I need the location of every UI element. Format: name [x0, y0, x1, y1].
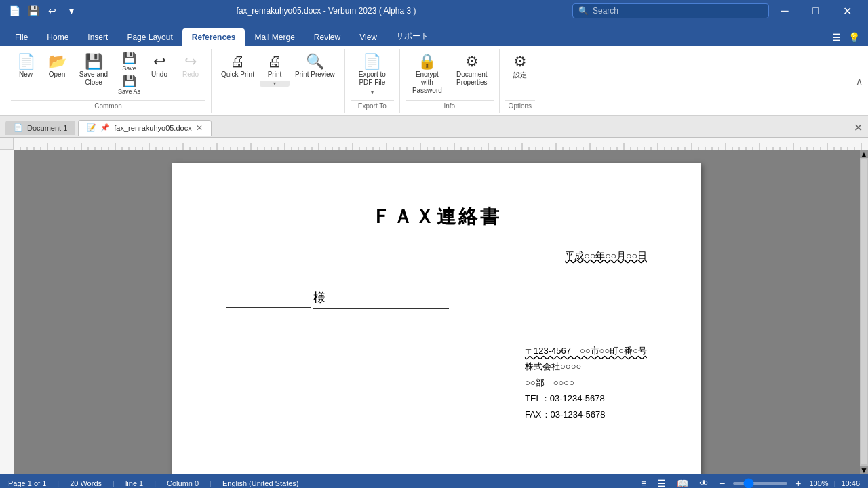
close-button[interactable]: ✕: [831, 0, 863, 22]
ribbon-group-common: 📄 New 📂 Open 💾 Save and Close 💾 Save: [5, 49, 212, 113]
outline-view-button[interactable]: ☰: [654, 476, 669, 488]
info-group-label: Info: [406, 100, 494, 110]
save-qat-button[interactable]: 💾: [24, 2, 42, 20]
print-dropdown-button[interactable]: ▾: [260, 81, 290, 87]
ribbon-group-options: ⚙ 設定 Options: [500, 49, 540, 113]
save-as-icon: 💾: [123, 76, 136, 87]
redo-icon: ↪: [184, 54, 197, 69]
export-pdf-icon: 📄: [363, 54, 381, 69]
undo-button[interactable]: ↩ Undo: [144, 52, 174, 81]
title-bar: 📄 💾 ↩ ▾ fax_renrakuhyo05.docx - Verbum 2…: [0, 0, 868, 22]
vertical-scrollbar[interactable]: ▲ ▼: [860, 150, 868, 474]
reading-view-button[interactable]: 📖: [674, 476, 691, 488]
save-icon: 💾: [123, 53, 136, 64]
info-group-items: 🔒 Encrypt with Password ⚙ Document Prope…: [406, 52, 494, 98]
preview-button[interactable]: 👁: [696, 476, 711, 488]
save-close-icon: 💾: [85, 54, 103, 69]
tab-home[interactable]: Home: [37, 28, 78, 46]
encrypt-icon: 🔒: [418, 54, 436, 69]
page-area[interactable]: ＦＡＸ連絡書 平成○○年○○月○○日 様 〒123-4567 ○○市○○町○番○…: [14, 150, 860, 474]
search-bar[interactable]: 🔍: [572, 3, 769, 18]
tab-view[interactable]: View: [350, 28, 387, 46]
redo-button[interactable]: ↪ Redo: [176, 52, 205, 81]
sender-zip: 〒123-4567 ○○市○○町○番○号: [525, 343, 647, 359]
sender-fax: FAX：03-1234-5678: [525, 407, 647, 422]
ribbon-tabs: File Home Insert Page Layout References …: [0, 22, 868, 46]
save-button[interactable]: 💾 Save: [115, 52, 143, 73]
editor-area: ＦＡＸ連絡書 平成○○年○○月○○日 様 〒123-4567 ○○市○○町○番○…: [0, 150, 868, 474]
word-count: 20 Words: [70, 479, 102, 487]
maximize-button[interactable]: □: [800, 0, 831, 22]
undo-icon: ↩: [153, 54, 165, 69]
zoom-out-button[interactable]: −: [717, 476, 728, 488]
doc-tab-close-button[interactable]: ✕: [196, 123, 203, 133]
scroll-up-button[interactable]: ▲: [860, 150, 868, 158]
tab-references[interactable]: References: [182, 28, 245, 46]
sender-dept: ○○部 ○○○○: [525, 375, 647, 390]
ribbon-content: 📄 New 📂 Open 💾 Save and Close 💾 Save: [0, 46, 868, 116]
save-group: 💾 Save 💾 Save As: [115, 52, 143, 96]
tab-support[interactable]: サポート: [387, 26, 438, 46]
clock: 10:46: [841, 479, 860, 487]
document-page[interactable]: ＦＡＸ連絡書 平成○○年○○月○○日 様 〒123-4567 ○○市○○町○番○…: [172, 163, 701, 474]
export-group-label: Export To: [351, 100, 394, 110]
tab-mail-merge[interactable]: Mail Merge: [245, 28, 304, 46]
export-dropdown-icon: ▾: [371, 89, 374, 96]
scroll-down-button[interactable]: ▼: [860, 466, 868, 474]
qat-dropdown-button[interactable]: ▾: [62, 2, 80, 20]
export-pdf-button[interactable]: 📄 Export to PDF File: [351, 52, 394, 89]
undo-qat-button[interactable]: ↩: [43, 2, 61, 20]
doc-tab-document1[interactable]: 📄 Document 1: [5, 121, 75, 135]
settings-button[interactable]: ⚙ 設定: [505, 52, 535, 83]
status-bar-right: ≡ ☰ 📖 👁 − + 100% | 10:46: [638, 476, 860, 488]
new-button[interactable]: 📄 New: [11, 52, 41, 81]
minimize-button[interactable]: ─: [769, 0, 800, 22]
export-group-items: 📄 Export to PDF File ▾: [351, 52, 394, 98]
file-menu-button[interactable]: 📄: [5, 2, 23, 20]
doc-properties-button[interactable]: ⚙ Document Properties: [450, 52, 494, 89]
open-button[interactable]: 📂 Open: [42, 52, 72, 81]
print-group-label: [217, 108, 339, 110]
ribbon-group-info: 🔒 Encrypt with Password ⚙ Document Prope…: [400, 49, 500, 113]
sender-company: 株式会社○○○○: [525, 359, 647, 374]
print-button[interactable]: 🖨 Print: [260, 52, 290, 81]
tab-file[interactable]: File: [5, 28, 37, 46]
doc-tabs-bar: 📄 Document 1 📝 📌 fax_renrakuhyo05.docx ✕…: [0, 116, 868, 138]
print-split-button: 🖨 Print ▾: [260, 52, 290, 87]
print-preview-button[interactable]: 🔍 Print Preview: [291, 52, 339, 81]
common-group-label: Common: [11, 100, 205, 110]
doc-tab-fax[interactable]: 📝 📌 fax_renrakuhyo05.docx ✕: [78, 120, 211, 136]
tab-insert[interactable]: Insert: [78, 28, 117, 46]
tab-layout-button[interactable]: ☰: [827, 28, 845, 46]
ribbon-collapse-button[interactable]: ∧: [856, 76, 863, 87]
save-and-close-button[interactable]: 💾 Save and Close: [73, 52, 114, 89]
ribbon: 📄 New 📂 Open 💾 Save and Close 💾 Save: [0, 46, 868, 116]
quick-print-button[interactable]: 🖨 Quick Print: [217, 52, 258, 81]
all-docs-close-button[interactable]: ✕: [854, 121, 863, 134]
horizontal-ruler: // ruler ticks will be drawn via JS belo…: [14, 138, 868, 150]
doc-tab-icon: 📄: [14, 123, 23, 132]
scroll-thumb[interactable]: [861, 159, 867, 464]
help-icon[interactable]: 💡: [845, 28, 863, 46]
ruler-row: // ruler ticks will be drawn via JS belo…: [0, 138, 868, 150]
settings-icon: ⚙: [513, 54, 527, 69]
ruler-corner: [0, 138, 14, 150]
document-title: ＦＡＸ連絡書: [226, 204, 647, 230]
zoom-in-button[interactable]: +: [793, 476, 804, 488]
save-as-button[interactable]: 💾 Save As: [115, 75, 143, 96]
export-pdf-split: 📄 Export to PDF File ▾: [351, 52, 394, 96]
ribbon-group-export: 📄 Export to PDF File ▾ Export To: [345, 49, 400, 113]
print-group-items: 🖨 Quick Print 🖨 Print ▾ 🔍 Print Preview: [217, 52, 339, 105]
column-number: Column 0: [167, 479, 199, 487]
encrypt-button[interactable]: 🔒 Encrypt with Password: [406, 52, 449, 98]
status-bar: Page 1 of 1 | 20 Words | line 1 | Column…: [0, 474, 868, 488]
tab-review[interactable]: Review: [304, 28, 350, 46]
open-icon: 📂: [48, 54, 66, 69]
document-date: 平成○○年○○月○○日: [226, 250, 647, 262]
quick-print-icon: 🖨: [230, 54, 245, 69]
normal-view-button[interactable]: ≡: [638, 476, 649, 488]
doc-tab-active-icon: 📝: [87, 123, 96, 132]
zoom-slider[interactable]: [733, 482, 787, 485]
search-input[interactable]: [593, 6, 763, 16]
tab-page-layout[interactable]: Page Layout: [117, 28, 182, 46]
